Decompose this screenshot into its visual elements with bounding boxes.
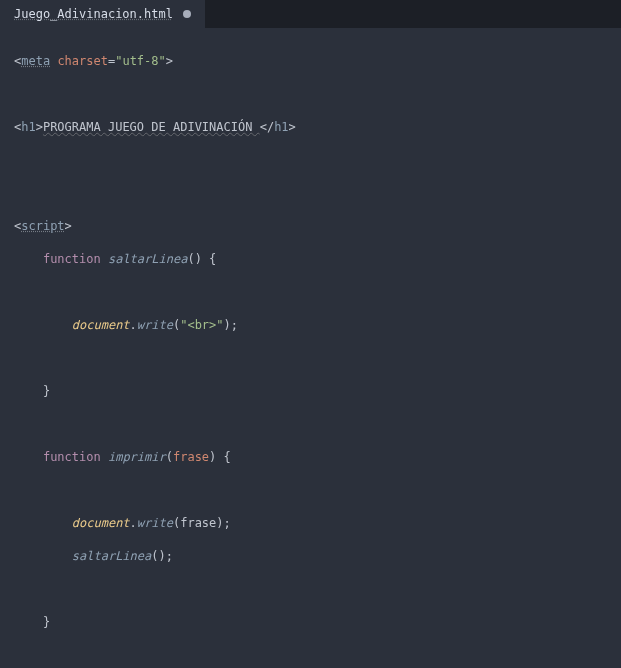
fn-imprimir: imprimir (108, 450, 166, 464)
tag-meta: meta (21, 54, 50, 68)
h1-text: PROGRAMA JUEGO DE ADIVINACIÓN (43, 120, 260, 134)
obj-document-1: document (72, 318, 130, 332)
arg-frase: frase (180, 516, 216, 530)
code-editor[interactable]: <meta charset="utf-8"> <h1>PROGRAMA JUEG… (0, 28, 621, 668)
tab-title: Juego_Adivinacion.html (14, 7, 173, 21)
tag-h1-open: h1 (21, 120, 35, 134)
modified-dot-icon (183, 10, 191, 18)
fn-write-1: write (137, 318, 173, 332)
kw-function-1: function (43, 252, 101, 266)
str-br: "<br>" (180, 318, 223, 332)
fn-saltarLinea: saltarLinea (108, 252, 187, 266)
param-frase: frase (173, 450, 209, 464)
charset-value: "utf-8" (115, 54, 166, 68)
obj-document-2: document (72, 516, 130, 530)
fn-write-2: write (137, 516, 173, 530)
call-saltarLinea: saltarLinea (72, 549, 151, 563)
tab-bar: Juego_Adivinacion.html (0, 0, 621, 28)
tag-script-open: script (21, 219, 64, 233)
attr-charset: charset (57, 54, 108, 68)
kw-function-2: function (43, 450, 101, 464)
tab-active[interactable]: Juego_Adivinacion.html (0, 0, 206, 28)
tag-h1-close: h1 (274, 120, 288, 134)
